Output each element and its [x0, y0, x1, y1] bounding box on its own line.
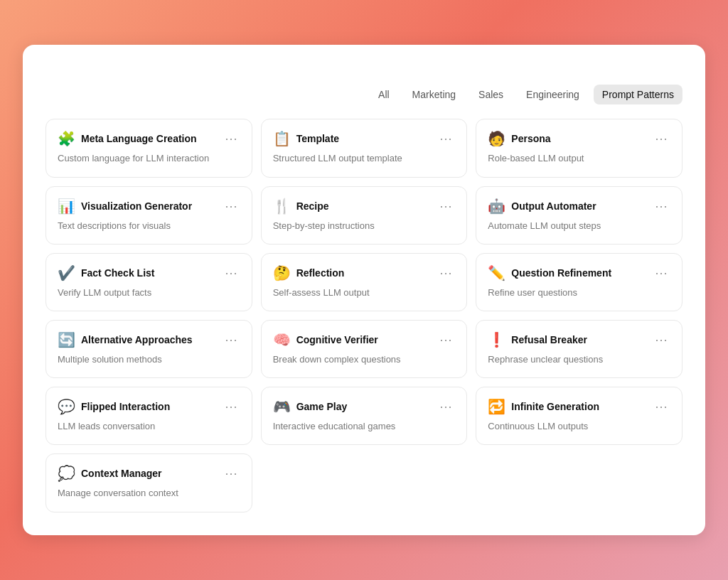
card-header: 🧑 Persona ⋯ — [488, 131, 670, 146]
card-icon-alternative-approaches: 🔄 — [58, 333, 75, 347]
card-title-question-refinement: Question Refinement — [511, 267, 611, 279]
card-desc-alternative-approaches: Multiple solution methods — [58, 353, 240, 366]
card-menu-cognitive-verifier[interactable]: ⋯ — [437, 332, 455, 348]
card-header: 💬 Flipped Interaction ⋯ — [58, 399, 240, 414]
card-menu-output-automater[interactable]: ⋯ — [652, 198, 670, 214]
card-menu-question-refinement[interactable]: ⋯ — [652, 265, 670, 281]
card-header: 💭 Context Manager ⋯ — [58, 466, 240, 481]
card-desc-recipe: Step-by-step instructions — [273, 220, 456, 232]
filter-btn-engineering[interactable]: Engineering — [518, 85, 588, 104]
card-icon-game-play: 🎮 — [273, 399, 291, 414]
card-menu-meta-language-creation[interactable]: ⋯ — [222, 131, 240, 146]
card-recipe[interactable]: 🍴 Recipe ⋯ Step-by-step instructions — [261, 186, 468, 245]
card-title-row: 🧩 Meta Language Creation — [58, 131, 222, 146]
card-icon-visualization-generator: 📊 — [58, 199, 75, 213]
card-header: ✔️ Fact Check List ⋯ — [58, 265, 240, 281]
card-title-recipe: Recipe — [296, 200, 329, 212]
card-icon-output-automater: 🤖 — [488, 199, 505, 213]
card-header: 📋 Template ⋯ — [273, 131, 456, 146]
filter-btn-prompt-patterns[interactable]: Prompt Patterns — [594, 85, 682, 104]
card-title-persona: Persona — [511, 133, 550, 144]
card-title-flipped-interaction: Flipped Interaction — [81, 401, 170, 412]
card-icon-persona: 🧑 — [488, 131, 505, 146]
card-menu-visualization-generator[interactable]: ⋯ — [222, 198, 240, 214]
card-title-row: 🔁 Infinite Generation — [488, 399, 652, 414]
card-title-meta-language-creation: Meta Language Creation — [81, 133, 197, 144]
card-icon-recipe: 🍴 — [273, 199, 291, 213]
card-title-infinite-generation: Infinite Generation — [511, 401, 599, 412]
card-reflection[interactable]: 🤔 Reflection ⋯ Self-assess LLM output — [261, 253, 468, 311]
filter-btn-marketing[interactable]: Marketing — [404, 85, 464, 104]
card-desc-flipped-interaction: LLM leads conversation — [58, 420, 240, 433]
card-game-play[interactable]: 🎮 Game Play ⋯ Interactive educational ga… — [261, 387, 468, 445]
card-menu-alternative-approaches[interactable]: ⋯ — [222, 332, 240, 348]
card-title-row: ❗ Refusal Breaker — [488, 333, 652, 347]
card-menu-infinite-generation[interactable]: ⋯ — [652, 399, 670, 414]
card-title-row: 🤖 Output Automater — [488, 199, 652, 213]
card-title-row: 🧠 Cognitive Verifier — [273, 333, 437, 347]
card-fact-check-list[interactable]: ✔️ Fact Check List ⋯ Verify LLM output f… — [46, 253, 252, 311]
card-flipped-interaction[interactable]: 💬 Flipped Interaction ⋯ LLM leads conver… — [46, 387, 252, 445]
card-header: ✏️ Question Refinement ⋯ — [488, 265, 670, 281]
card-icon-infinite-generation: 🔁 — [488, 399, 505, 414]
card-title-row: ✔️ Fact Check List — [58, 266, 222, 280]
card-header: ❗ Refusal Breaker ⋯ — [488, 332, 670, 348]
card-meta-language-creation[interactable]: 🧩 Meta Language Creation ⋯ Custom langua… — [46, 119, 252, 177]
card-persona[interactable]: 🧑 Persona ⋯ Role-based LLM output — [476, 119, 682, 177]
card-menu-persona[interactable]: ⋯ — [652, 131, 670, 146]
card-icon-meta-language-creation: 🧩 — [58, 131, 75, 146]
card-menu-refusal-breaker[interactable]: ⋯ — [652, 332, 670, 348]
card-title-reflection: Reflection — [296, 267, 345, 279]
card-cognitive-verifier[interactable]: 🧠 Cognitive Verifier ⋯ Break down comple… — [261, 320, 468, 378]
card-refusal-breaker[interactable]: ❗ Refusal Breaker ⋯ Rephrase unclear que… — [476, 320, 682, 378]
card-icon-template: 📋 — [273, 131, 291, 146]
card-desc-output-automater: Automate LLM output steps — [488, 220, 670, 232]
card-title-game-play: Game Play — [296, 401, 348, 412]
card-icon-refusal-breaker: ❗ — [488, 333, 505, 347]
card-menu-game-play[interactable]: ⋯ — [437, 399, 455, 414]
card-header: 🧠 Cognitive Verifier ⋯ — [273, 332, 456, 348]
card-menu-fact-check-list[interactable]: ⋯ — [222, 265, 240, 281]
card-template[interactable]: 📋 Template ⋯ Structured LLM output templ… — [261, 119, 468, 177]
card-menu-recipe[interactable]: ⋯ — [437, 198, 455, 214]
card-icon-question-refinement: ✏️ — [488, 266, 505, 280]
card-desc-visualization-generator: Text descriptions for visuals — [58, 220, 240, 232]
card-title-row: 🔄 Alternative Approaches — [58, 333, 222, 347]
card-alternative-approaches[interactable]: 🔄 Alternative Approaches ⋯ Multiple solu… — [46, 320, 252, 378]
card-title-row: 🧑 Persona — [488, 131, 652, 146]
filter-btn-sales[interactable]: Sales — [470, 85, 512, 104]
card-title-row: 📋 Template — [273, 131, 437, 146]
card-header: 🔄 Alternative Approaches ⋯ — [58, 332, 240, 348]
card-title-row: 📊 Visualization Generator — [58, 199, 222, 213]
card-menu-flipped-interaction[interactable]: ⋯ — [222, 399, 240, 414]
card-infinite-generation[interactable]: 🔁 Infinite Generation ⋯ Continuous LLM o… — [476, 387, 682, 445]
card-header: 🎮 Game Play ⋯ — [273, 399, 456, 414]
card-title-row: 🎮 Game Play — [273, 399, 437, 414]
card-desc-meta-language-creation: Custom language for LLM interaction — [58, 152, 240, 165]
card-desc-cognitive-verifier: Break down complex questions — [273, 353, 456, 366]
card-desc-refusal-breaker: Rephrase unclear questions — [488, 353, 670, 366]
card-header: 🤔 Reflection ⋯ — [273, 265, 456, 281]
card-question-refinement[interactable]: ✏️ Question Refinement ⋯ Refine user que… — [476, 253, 682, 311]
card-title-row: 🤔 Reflection — [273, 266, 437, 280]
card-menu-template[interactable]: ⋯ — [437, 131, 455, 146]
card-title-row: 💭 Context Manager — [58, 466, 222, 480]
card-menu-reflection[interactable]: ⋯ — [437, 265, 455, 281]
card-menu-context-manager[interactable]: ⋯ — [222, 466, 240, 481]
card-title-fact-check-list: Fact Check List — [81, 267, 154, 279]
card-output-automater[interactable]: 🤖 Output Automater ⋯ Automate LLM output… — [476, 186, 682, 245]
card-context-manager[interactable]: 💭 Context Manager ⋯ Manage conversation … — [46, 453, 252, 512]
card-title-output-automater: Output Automater — [511, 200, 596, 212]
card-header: 📊 Visualization Generator ⋯ — [58, 198, 240, 214]
filter-btn-all[interactable]: All — [370, 85, 398, 104]
card-title-context-manager: Context Manager — [81, 468, 162, 479]
filter-row: AllMarketingSalesEngineeringPrompt Patte… — [46, 85, 682, 104]
cards-grid: 🧩 Meta Language Creation ⋯ Custom langua… — [46, 119, 682, 512]
card-header: 🔁 Infinite Generation ⋯ — [488, 399, 670, 414]
card-visualization-generator[interactable]: 📊 Visualization Generator ⋯ Text descrip… — [46, 186, 252, 245]
card-title-alternative-approaches: Alternative Approaches — [81, 334, 193, 345]
card-icon-reflection: 🤔 — [273, 266, 291, 280]
card-title-visualization-generator: Visualization Generator — [81, 200, 192, 212]
card-desc-context-manager: Manage conversation context — [58, 487, 240, 500]
card-desc-game-play: Interactive educational games — [273, 420, 456, 433]
